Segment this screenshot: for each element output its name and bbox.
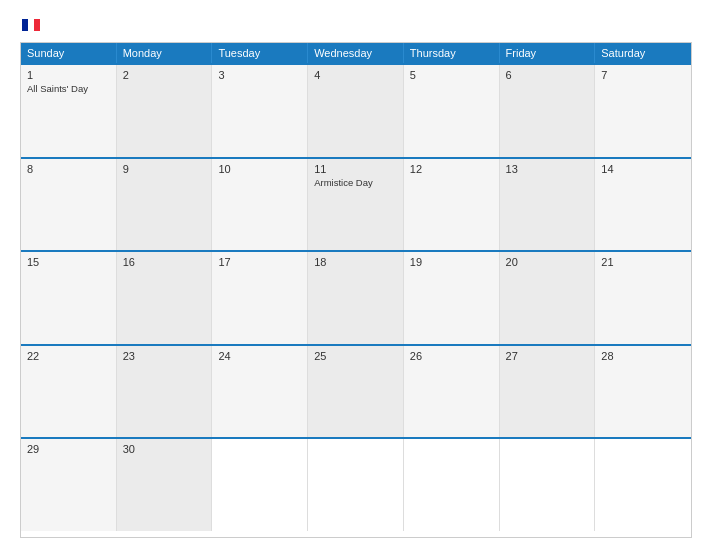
day-number: 22 — [27, 350, 110, 362]
cal-cell: 22 — [21, 346, 117, 438]
logo-flag-icon — [22, 19, 40, 31]
day-number: 4 — [314, 69, 397, 81]
day-header-saturday: Saturday — [595, 43, 691, 63]
day-number: 14 — [601, 163, 685, 175]
day-number: 29 — [27, 443, 110, 455]
cal-cell: 5 — [404, 65, 500, 157]
day-number: 25 — [314, 350, 397, 362]
week-row-5: 2930 — [21, 437, 691, 531]
cal-cell: 14 — [595, 159, 691, 251]
cal-cell: 7 — [595, 65, 691, 157]
day-header-sunday: Sunday — [21, 43, 117, 63]
day-number: 30 — [123, 443, 206, 455]
week-row-2: 891011Armistice Day121314 — [21, 157, 691, 251]
day-number: 17 — [218, 256, 301, 268]
day-number: 6 — [506, 69, 589, 81]
cal-cell: 3 — [212, 65, 308, 157]
day-header-wednesday: Wednesday — [308, 43, 404, 63]
logo-top — [20, 16, 40, 32]
header — [20, 16, 692, 32]
day-number: 2 — [123, 69, 206, 81]
cal-cell: 18 — [308, 252, 404, 344]
day-number: 20 — [506, 256, 589, 268]
cal-cell: 6 — [500, 65, 596, 157]
cal-cell: 27 — [500, 346, 596, 438]
day-number: 1 — [27, 69, 110, 81]
cal-cell: 24 — [212, 346, 308, 438]
day-number: 24 — [218, 350, 301, 362]
day-header-tuesday: Tuesday — [212, 43, 308, 63]
day-number: 9 — [123, 163, 206, 175]
week-row-4: 22232425262728 — [21, 344, 691, 438]
cal-cell: 28 — [595, 346, 691, 438]
cal-cell: 17 — [212, 252, 308, 344]
cal-cell: 4 — [308, 65, 404, 157]
day-number: 26 — [410, 350, 493, 362]
day-number: 10 — [218, 163, 301, 175]
cal-cell: 12 — [404, 159, 500, 251]
day-number: 23 — [123, 350, 206, 362]
cal-cell: 23 — [117, 346, 213, 438]
cal-cell — [500, 439, 596, 531]
days-header: SundayMondayTuesdayWednesdayThursdayFrid… — [21, 43, 691, 63]
calendar-page: SundayMondayTuesdayWednesdayThursdayFrid… — [0, 0, 712, 550]
day-number: 19 — [410, 256, 493, 268]
cal-cell: 20 — [500, 252, 596, 344]
day-number: 16 — [123, 256, 206, 268]
calendar-body: 1All Saints' Day234567891011Armistice Da… — [21, 63, 691, 531]
cal-cell: 30 — [117, 439, 213, 531]
day-number: 13 — [506, 163, 589, 175]
holiday-label: All Saints' Day — [27, 83, 110, 94]
holiday-label: Armistice Day — [314, 177, 397, 188]
day-number: 5 — [410, 69, 493, 81]
cal-cell — [212, 439, 308, 531]
day-number: 3 — [218, 69, 301, 81]
day-number: 7 — [601, 69, 685, 81]
day-header-friday: Friday — [500, 43, 596, 63]
week-row-1: 1All Saints' Day234567 — [21, 63, 691, 157]
day-header-monday: Monday — [117, 43, 213, 63]
cal-cell: 29 — [21, 439, 117, 531]
cal-cell: 21 — [595, 252, 691, 344]
day-number: 21 — [601, 256, 685, 268]
logo — [20, 16, 40, 32]
cal-cell: 13 — [500, 159, 596, 251]
cal-cell: 16 — [117, 252, 213, 344]
cal-cell — [595, 439, 691, 531]
cal-cell — [308, 439, 404, 531]
day-number: 27 — [506, 350, 589, 362]
day-header-thursday: Thursday — [404, 43, 500, 63]
cal-cell — [404, 439, 500, 531]
cal-cell: 25 — [308, 346, 404, 438]
cal-cell: 26 — [404, 346, 500, 438]
day-number: 12 — [410, 163, 493, 175]
cal-cell: 15 — [21, 252, 117, 344]
day-number: 8 — [27, 163, 110, 175]
cal-cell: 10 — [212, 159, 308, 251]
calendar-grid: SundayMondayTuesdayWednesdayThursdayFrid… — [20, 42, 692, 538]
cal-cell: 8 — [21, 159, 117, 251]
cal-cell: 11Armistice Day — [308, 159, 404, 251]
cal-cell: 9 — [117, 159, 213, 251]
day-number: 15 — [27, 256, 110, 268]
cal-cell: 19 — [404, 252, 500, 344]
day-number: 18 — [314, 256, 397, 268]
week-row-3: 15161718192021 — [21, 250, 691, 344]
cal-cell: 2 — [117, 65, 213, 157]
cal-cell: 1All Saints' Day — [21, 65, 117, 157]
day-number: 28 — [601, 350, 685, 362]
day-number: 11 — [314, 163, 397, 175]
